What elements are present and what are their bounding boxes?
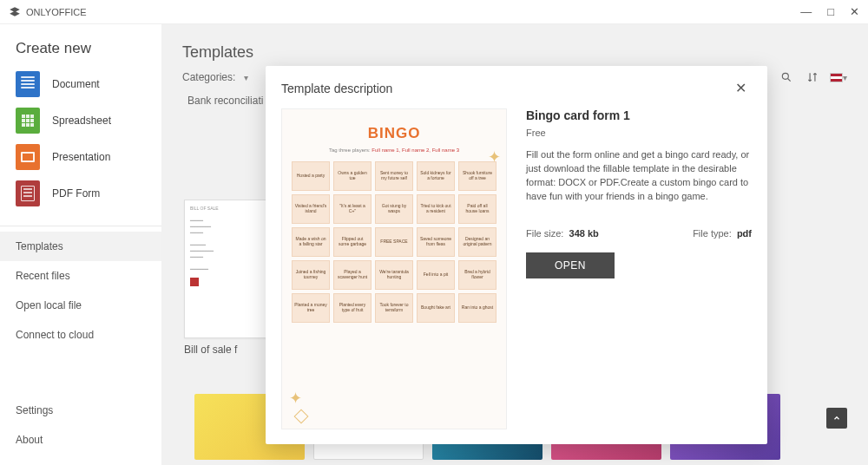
bingo-cell: Designed an original pattern	[458, 227, 496, 257]
spreadsheet-icon	[16, 108, 40, 134]
nav-recent-files[interactable]: Recent files	[0, 261, 161, 291]
categories-label: Categories:	[182, 71, 235, 83]
bingo-cell: Got stung by wasps	[375, 194, 413, 224]
bingo-cell: Took forever to terraform	[375, 293, 413, 323]
bingo-cell: Visited a friend's island	[292, 194, 330, 224]
sidebar: Create new Document Spreadsheet Presenta…	[0, 24, 161, 465]
close-window-button[interactable]: ✕	[850, 5, 859, 18]
sort-icon[interactable]	[804, 69, 821, 86]
bingo-cell: Tried to kick out a resident	[417, 194, 455, 224]
bingo-cell: Planted a money tree	[292, 293, 330, 323]
create-item-label: Presentation	[52, 151, 110, 163]
bingo-cell: Flipped out some garbage	[333, 227, 372, 257]
page-title: Templates	[182, 43, 847, 62]
template-preview: BINGO Tag three players: Full name 1, Fu…	[281, 108, 507, 429]
flag-icon	[830, 73, 843, 82]
open-button[interactable]: OPEN	[526, 252, 615, 278]
bingo-cell: Sold kidneys for a fortune	[417, 161, 455, 191]
title-bar: ONLYOFFICE — □ ✕	[0, 0, 868, 24]
bingo-cell: "It's at least a C+"	[333, 194, 372, 224]
create-document[interactable]: Document	[16, 71, 146, 97]
file-size: File size: 348 kb	[526, 228, 599, 239]
create-presentation[interactable]: Presentation	[16, 144, 146, 170]
document-icon	[16, 71, 40, 97]
sparkle-icon: ✦	[289, 389, 302, 408]
nav-about[interactable]: About	[0, 425, 161, 455]
template-price: Free	[526, 128, 752, 138]
scroll-to-top-button[interactable]	[826, 408, 847, 429]
create-pdf-form[interactable]: PDF Form	[16, 180, 146, 206]
search-icon[interactable]	[778, 69, 795, 86]
svg-point-0	[782, 73, 788, 79]
maximize-button[interactable]: □	[827, 5, 834, 18]
presentation-icon	[16, 144, 40, 170]
nav-open-local-file[interactable]: Open local file	[0, 291, 161, 320]
pdf-form-icon	[16, 180, 40, 206]
bingo-cell: Played a scavenger hunt	[333, 260, 372, 290]
bingo-cell: Made a wish on a falling star	[292, 227, 330, 257]
template-description-text: Fill out the form online and get a bingo…	[526, 148, 752, 204]
app-logo: ONLYOFFICE	[9, 6, 86, 18]
create-item-label: Document	[52, 78, 100, 90]
chevron-down-icon[interactable]: ▾	[244, 73, 248, 82]
bingo-cell: Bred a hybrid flower	[458, 260, 496, 290]
file-type: File type: pdf	[693, 228, 752, 239]
close-icon[interactable]: ✕	[730, 78, 752, 98]
nav-templates[interactable]: Templates	[0, 232, 161, 261]
sparkle-icon: ✦	[488, 147, 501, 167]
template-description-modal: Template description ✕ BINGO Tag three p…	[266, 66, 767, 444]
bingo-cell: Joined a fishing tourney	[292, 260, 330, 290]
create-item-label: Spreadsheet	[52, 115, 111, 127]
bingo-cell: Sent money to my future self	[375, 161, 413, 191]
language-selector[interactable]: ▾	[830, 69, 847, 86]
bingo-cell: Hosted a party	[292, 161, 330, 191]
create-new-heading: Create new	[16, 40, 146, 57]
bingo-cell: Bought fake art	[417, 293, 455, 323]
preview-heading: BINGO	[368, 125, 421, 142]
nav-settings[interactable]: Settings	[0, 396, 161, 425]
bingo-cell: Ran into a ghost	[458, 293, 496, 323]
bingo-cell: FREE SPACE	[375, 227, 413, 257]
doc-badge-icon	[190, 278, 199, 286]
bingo-cell: Saved someone from fleas	[417, 227, 455, 257]
bingo-cell: We're tarantula hunting	[375, 260, 413, 290]
bingo-cell: Owns a golden toe	[333, 161, 372, 191]
preview-subheading: Tag three players: Full name 1, Full nam…	[329, 147, 459, 153]
modal-title: Template description	[281, 82, 392, 95]
template-name: Bingo card form 1	[526, 108, 752, 122]
create-item-label: PDF Form	[52, 187, 100, 200]
onlyoffice-icon	[9, 6, 21, 18]
nav-connect-to-cloud[interactable]: Connect to cloud	[0, 320, 161, 350]
bingo-grid: Hosted a partyOwns a golden toeSent mone…	[292, 161, 496, 323]
svg-line-1	[788, 79, 791, 82]
diamond-icon	[294, 409, 309, 424]
bingo-cell: Fell into a pit	[417, 260, 455, 290]
brand-label: ONLYOFFICE	[26, 7, 86, 17]
bingo-cell: Paid off all house loans	[458, 194, 496, 224]
create-spreadsheet[interactable]: Spreadsheet	[16, 108, 146, 134]
bingo-cell: Planted every type of fruit	[333, 293, 372, 323]
minimize-button[interactable]: —	[800, 5, 812, 18]
